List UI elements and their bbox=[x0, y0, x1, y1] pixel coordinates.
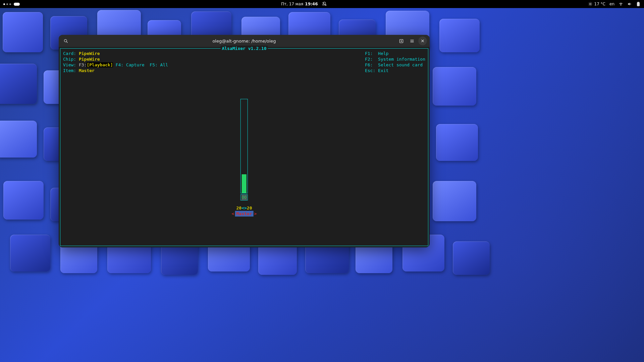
svg-point-13 bbox=[64, 39, 67, 42]
close-button[interactable] bbox=[418, 37, 427, 45]
new-tab-icon bbox=[399, 39, 404, 44]
chevron-right-icon: > bbox=[254, 211, 257, 217]
panel-time: 19:46 bbox=[305, 2, 318, 6]
top-panel: Пт, 17 мая 19:46 17 °C en bbox=[0, 0, 488, 8]
volume-bar[interactable] bbox=[240, 99, 248, 193]
activities-indicator[interactable] bbox=[3, 3, 20, 6]
wallpaper-tile bbox=[0, 64, 37, 104]
wallpaper-tile bbox=[453, 241, 488, 274]
mute-indicator[interactable]: OO bbox=[240, 194, 248, 200]
window-title: oleg@alt-gnome: /home/oleg bbox=[59, 39, 430, 44]
panel-clock[interactable]: Пт, 17 мая 19:46 bbox=[281, 2, 318, 6]
search-icon bbox=[63, 39, 68, 44]
search-button[interactable] bbox=[61, 37, 70, 45]
terminal-body[interactable]: AlsaMixer v1.2.10 Card: PipeWire Chip: P… bbox=[59, 47, 430, 247]
svg-line-14 bbox=[66, 42, 67, 43]
bell-muted-icon[interactable] bbox=[322, 2, 327, 6]
channel-selector: < Master > bbox=[232, 211, 257, 217]
alsamixer-frame: AlsaMixer v1.2.10 Card: PipeWire Chip: P… bbox=[60, 48, 428, 246]
close-icon bbox=[421, 39, 425, 43]
wallpaper-tile bbox=[433, 67, 476, 106]
wallpaper-tile bbox=[3, 181, 44, 220]
hamburger-icon bbox=[410, 39, 415, 44]
panel-date: Пт, 17 мая bbox=[281, 2, 303, 6]
wallpaper-tile bbox=[0, 121, 37, 158]
wallpaper-tile bbox=[439, 19, 480, 52]
wallpaper-tile bbox=[10, 235, 50, 272]
menu-button[interactable] bbox=[408, 37, 416, 45]
volume-fill bbox=[242, 174, 247, 193]
alsamixer-info-right: F1: Help F2: System information F6: Sele… bbox=[365, 51, 425, 73]
wallpaper-tile bbox=[3, 12, 43, 52]
terminal-window: oleg@alt-gnome: /home/oleg AlsaMixer v1.… bbox=[59, 35, 430, 247]
chevron-left-icon: < bbox=[232, 211, 234, 217]
channel-name: Master bbox=[235, 211, 254, 217]
wallpaper-tile bbox=[436, 124, 478, 161]
volume-channel[interactable]: OO 20<>20 < Master > bbox=[232, 99, 257, 217]
new-tab-button[interactable] bbox=[397, 37, 406, 45]
wallpaper-tile bbox=[433, 181, 476, 221]
alsamixer-info-left: Card: PipeWire Chip: PipeWire View: F3:[… bbox=[63, 51, 168, 73]
window-titlebar[interactable]: oleg@alt-gnome: /home/oleg bbox=[59, 35, 430, 47]
volume-readout: 20<>20 bbox=[236, 205, 252, 211]
